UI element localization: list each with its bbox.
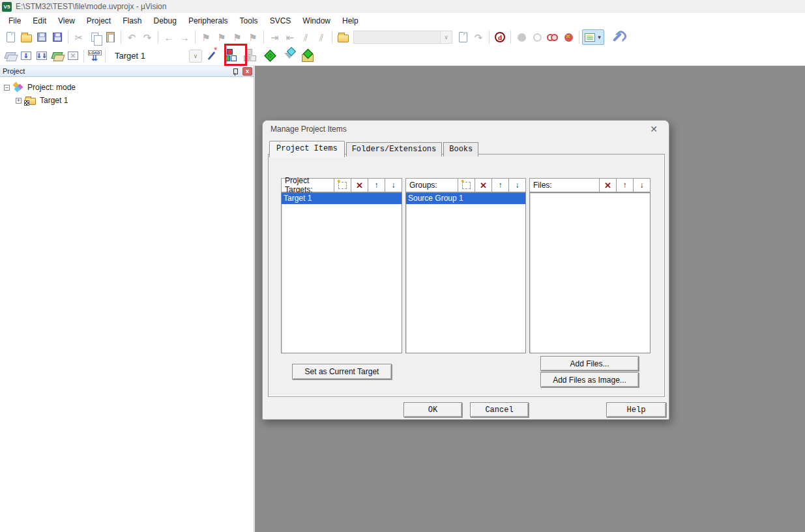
collapse-expander-icon[interactable]: − bbox=[4, 85, 10, 91]
move-target-up-button[interactable]: ↑ bbox=[368, 179, 385, 192]
menu-svcs[interactable]: SVCS bbox=[264, 14, 297, 27]
navigate-forward-button[interactable]: → bbox=[177, 29, 192, 45]
indent-button[interactable]: ⇥ bbox=[267, 29, 282, 45]
open-file-button[interactable] bbox=[18, 29, 34, 45]
dialog-title-bar[interactable]: Manage Project Items ✕ bbox=[263, 121, 669, 138]
tree-row-project[interactable]: − Project: mode bbox=[4, 81, 254, 94]
toolbar-separator bbox=[195, 31, 196, 44]
clear-bookmarks-button[interactable]: ⚑ bbox=[245, 29, 261, 45]
download-button[interactable]: LOAD ⇊ bbox=[87, 48, 102, 64]
configuration-button[interactable] bbox=[609, 29, 625, 45]
move-file-down-button[interactable]: ↓ bbox=[633, 179, 650, 192]
file-extensions-button[interactable] bbox=[242, 48, 258, 64]
menu-edit[interactable]: Edit bbox=[27, 14, 52, 27]
toggle-bookmark-button[interactable]: ⚑ bbox=[198, 29, 214, 45]
kill-all-breakpoints-button[interactable] bbox=[561, 29, 576, 45]
tab-folders-extensions[interactable]: Folders/Extensions bbox=[346, 142, 443, 156]
toolbar-separator bbox=[68, 31, 68, 44]
manage-project-items-button[interactable] bbox=[223, 48, 239, 64]
redo-button[interactable]: ↷ bbox=[139, 29, 155, 45]
navigate-back-button[interactable]: ← bbox=[161, 29, 177, 45]
new-file-button[interactable] bbox=[3, 29, 18, 45]
menu-peripherals[interactable]: Peripherals bbox=[183, 14, 234, 27]
enable-disable-breakpoint-button[interactable] bbox=[529, 29, 545, 45]
breakpoint-icon bbox=[518, 33, 526, 42]
new-target-button[interactable] bbox=[334, 179, 351, 192]
undo-button[interactable]: ↶ bbox=[124, 29, 139, 45]
list-item-group[interactable]: Source Group 1 bbox=[406, 193, 525, 204]
cancel-button[interactable]: Cancel bbox=[470, 402, 529, 417]
comment-button[interactable]: ⫽ bbox=[298, 29, 314, 45]
copy-button[interactable] bbox=[87, 29, 102, 45]
project-panel-close-button[interactable]: x bbox=[242, 67, 252, 76]
dialog-close-button[interactable]: ✕ bbox=[647, 124, 661, 134]
save-all-button[interactable] bbox=[50, 29, 65, 45]
tab-project-items[interactable]: Project Items bbox=[269, 141, 345, 157]
previous-bookmark-button[interactable]: ⚑ bbox=[214, 29, 229, 45]
pin-icon[interactable] bbox=[231, 67, 240, 76]
files-list[interactable] bbox=[529, 192, 651, 353]
select-software-packs-button[interactable] bbox=[282, 48, 297, 64]
manage-run-time-environment-button[interactable] bbox=[262, 48, 278, 64]
toolbar-separator bbox=[489, 31, 490, 44]
move-target-down-button[interactable]: ↓ bbox=[385, 179, 402, 192]
new-group-button[interactable] bbox=[458, 179, 475, 192]
list-item-target[interactable]: Target 1 bbox=[282, 193, 402, 204]
menu-project[interactable]: Project bbox=[81, 14, 117, 27]
menu-flash[interactable]: Flash bbox=[117, 14, 147, 27]
find-combobox[interactable]: ∨ bbox=[353, 31, 452, 44]
chevron-down-icon: ∨ bbox=[194, 53, 198, 59]
next-bookmark-button[interactable]: ⚑ bbox=[229, 29, 245, 45]
batch-build-button[interactable] bbox=[50, 48, 65, 64]
move-file-up-button[interactable]: ↑ bbox=[616, 179, 633, 192]
stop-build-button[interactable]: ✕ bbox=[65, 48, 81, 64]
delete-group-button[interactable]: ✕ bbox=[475, 179, 491, 192]
tree-label-project: Project: mode bbox=[27, 83, 76, 92]
window-layout-button[interactable]: ▼ bbox=[582, 29, 604, 45]
add-files-button[interactable]: Add Files... bbox=[540, 356, 639, 371]
menu-help[interactable]: Help bbox=[336, 14, 364, 27]
menu-window[interactable]: Window bbox=[297, 14, 336, 27]
uncomment-button[interactable]: ⫽ bbox=[314, 29, 329, 45]
incremental-find-button[interactable]: ↷ bbox=[471, 29, 486, 45]
stop-build-icon: ✕ bbox=[68, 52, 78, 60]
target-select-dropdown-button[interactable]: ∨ bbox=[189, 50, 202, 63]
new-file-icon bbox=[7, 32, 15, 42]
unindent-button[interactable]: ⇤ bbox=[282, 29, 298, 45]
ok-button[interactable]: OK bbox=[403, 402, 462, 417]
translate-button[interactable] bbox=[3, 48, 18, 64]
options-for-target-button[interactable] bbox=[203, 48, 219, 64]
add-files-as-image-button[interactable]: Add Files as Image... bbox=[540, 372, 639, 387]
toolbar-separator bbox=[579, 31, 579, 44]
menu-debug[interactable]: Debug bbox=[148, 14, 183, 27]
cut-button[interactable]: ✂ bbox=[71, 29, 87, 45]
groups-list[interactable]: Source Group 1 bbox=[405, 192, 526, 353]
find-in-files-button[interactable] bbox=[335, 29, 351, 45]
delete-target-button[interactable]: ✕ bbox=[351, 179, 368, 192]
insert-breakpoint-button[interactable] bbox=[514, 29, 529, 45]
project-targets-list[interactable]: Target 1 bbox=[281, 192, 402, 353]
build-button[interactable]: ⇓ bbox=[18, 48, 34, 64]
expand-expander-icon[interactable]: + bbox=[16, 98, 22, 104]
move-group-down-button[interactable]: ↓ bbox=[508, 179, 525, 192]
disable-all-breakpoints-button[interactable] bbox=[545, 29, 561, 45]
pack-installer-button[interactable] bbox=[300, 48, 315, 64]
find-combobox-dropdown-button[interactable]: ∨ bbox=[440, 31, 452, 43]
move-group-up-button[interactable]: ↑ bbox=[491, 179, 508, 192]
tree-row-target[interactable]: + Target 1 bbox=[4, 94, 254, 107]
help-button[interactable]: Help bbox=[606, 402, 666, 417]
tab-books[interactable]: Books bbox=[443, 142, 478, 156]
menu-file[interactable]: File bbox=[3, 14, 27, 27]
paste-button[interactable] bbox=[102, 29, 118, 45]
save-button[interactable] bbox=[34, 29, 50, 45]
set-as-current-target-button[interactable]: Set as Current Target bbox=[292, 364, 392, 379]
rebuild-button[interactable]: ⇓⇓ bbox=[34, 48, 50, 64]
forward-arrow-icon: → bbox=[180, 33, 190, 42]
grep-button[interactable]: d bbox=[492, 29, 508, 45]
arrow-up-icon: ↑ bbox=[623, 181, 627, 190]
find-in-document-button[interactable] bbox=[455, 29, 471, 45]
menu-view[interactable]: View bbox=[52, 14, 81, 27]
delete-file-button[interactable]: ✕ bbox=[599, 179, 616, 192]
menu-tools[interactable]: Tools bbox=[234, 14, 264, 27]
target-select-combobox[interactable]: Target 1 ∨ bbox=[110, 50, 202, 63]
